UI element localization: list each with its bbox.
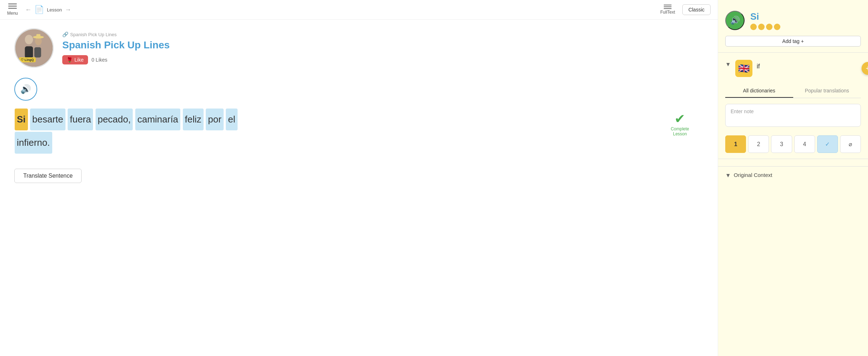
star-4 — [774, 24, 780, 30]
tab-all-dictionaries[interactable]: All dictionaries — [725, 84, 793, 98]
word-feliz[interactable]: feliz — [183, 109, 204, 130]
language-flag: 🇬🇧 — [735, 60, 752, 77]
link-icon: 🔗 — [62, 32, 68, 37]
like-icon: 🌹 — [67, 57, 73, 63]
word-stars — [750, 24, 861, 30]
collapse-arrow[interactable]: ▼ — [725, 60, 731, 68]
like-count: 0 Likes — [92, 57, 107, 63]
svg-point-1 — [25, 35, 33, 44]
audio-section: 🔊 — [14, 78, 703, 101]
word-title: Si — [750, 11, 861, 22]
like-button[interactable]: 🌹 Like — [62, 55, 88, 64]
translation-text: if — [757, 60, 760, 70]
next-lesson-arrow[interactable]: → — [65, 6, 71, 14]
word-si[interactable]: Si — [15, 109, 28, 130]
breadcrumb-text: Spanish Pick Up Lines — [70, 32, 117, 37]
fulltext-button[interactable]: FullText — [660, 5, 675, 15]
original-context-title: Original Context — [734, 172, 772, 178]
classic-button[interactable]: Classic — [682, 4, 711, 15]
word-pecado[interactable]: pecado, — [96, 109, 133, 130]
top-nav: Menu ← 📄 Lesson → FullText Classic — [0, 0, 718, 20]
add-translation-button[interactable]: + — [862, 62, 868, 75]
word-caminaria[interactable]: caminaría — [135, 109, 180, 130]
lesson-icon: 📄 — [34, 5, 44, 14]
word-speaker-button[interactable]: 🔊 — [725, 11, 745, 30]
note-input[interactable]: Enter note — [725, 104, 861, 127]
star-1 — [750, 24, 757, 30]
divider-1 — [718, 52, 868, 53]
sentence-area: Si besarte fuera pecado, caminaría feliz… — [14, 108, 703, 154]
fulltext-icon — [664, 5, 672, 9]
tab-popular-translations[interactable]: Popular translations — [793, 84, 861, 98]
lesson-content: ♡ LingQ 🔗 Spanish Pick Up Lines Spanish … — [0, 20, 718, 356]
word-fuera[interactable]: fuera — [68, 109, 93, 130]
prev-lesson-arrow[interactable]: ← — [25, 6, 31, 14]
breadcrumb: 🔗 Spanish Pick Up Lines — [62, 32, 703, 37]
star-3 — [766, 24, 772, 30]
menu-icon-line2 — [8, 6, 17, 6]
lesson-nav: ← 📄 Lesson → — [25, 5, 71, 14]
svg-rect-6 — [36, 34, 40, 37]
lesson-header: ♡ LingQ 🔗 Spanish Pick Up Lines Spanish … — [14, 28, 703, 68]
word-el[interactable]: el — [226, 109, 237, 130]
menu-label: Menu — [7, 11, 18, 16]
word-card-header: 🔊 Si — [718, 7, 868, 36]
speaker-icon: 🔊 — [20, 84, 31, 94]
checkmark-icon: ✔ — [674, 111, 685, 126]
word-title-area: Si — [750, 11, 861, 30]
right-panel: 🔊 Si Add tag + ▼ 🇬🇧 if + All dictionarie… — [718, 0, 868, 356]
lingq-badge: ♡ LingQ — [19, 57, 36, 62]
translate-sentence-button[interactable]: Translate Sentence — [14, 169, 82, 183]
status-button-3[interactable]: 3 — [771, 135, 792, 153]
original-context-section: ▼ Original Context — [718, 166, 868, 183]
status-buttons: 1 2 3 4 ✓ ⌀ — [725, 135, 861, 153]
context-collapse-arrow[interactable]: ▼ — [725, 171, 731, 179]
svg-rect-4 — [34, 47, 41, 57]
complete-label: CompleteLesson — [671, 126, 689, 136]
left-panel: Menu ← 📄 Lesson → FullText Classic — [0, 0, 718, 356]
translation-row: ▼ 🇬🇧 if + — [718, 57, 868, 80]
status-button-ignore[interactable]: ⌀ — [840, 135, 861, 153]
star-2 — [758, 24, 765, 30]
menu-icon-line1 — [8, 4, 17, 4]
status-button-2[interactable]: 2 — [748, 135, 769, 153]
lesson-title: Spanish Pick Up Lines — [62, 39, 703, 51]
menu-button[interactable]: Menu — [7, 4, 18, 16]
fulltext-label: FullText — [660, 10, 675, 15]
status-button-check[interactable]: ✓ — [817, 135, 838, 153]
word-por[interactable]: por — [206, 109, 224, 130]
word-besarte[interactable]: besarte — [30, 109, 65, 130]
dict-tabs: All dictionaries Popular translations — [725, 84, 861, 98]
avatar-image: ♡ LingQ — [15, 29, 53, 67]
like-section: 🌹 Like 0 Likes — [62, 55, 703, 64]
word-infierno[interactable]: infierno. — [15, 132, 52, 154]
lesson-label: Lesson — [47, 7, 62, 13]
status-button-1[interactable]: 1 — [725, 135, 746, 153]
audio-button[interactable]: 🔊 — [14, 78, 37, 101]
original-context-header[interactable]: ▼ Original Context — [725, 171, 861, 179]
like-label: Like — [74, 57, 84, 63]
sentence-row: Si besarte fuera pecado, caminaría feliz… — [14, 108, 703, 154]
svg-rect-2 — [25, 46, 33, 58]
divider-2 — [718, 159, 868, 159]
complete-lesson-button[interactable]: ✔ CompleteLesson — [671, 111, 689, 136]
word-speaker-icon: 🔊 — [730, 16, 740, 25]
menu-icon-line3 — [8, 8, 17, 9]
lesson-info: 🔗 Spanish Pick Up Lines Spanish Pick Up … — [62, 32, 703, 64]
lesson-avatar: ♡ LingQ — [14, 28, 54, 68]
add-tag-button[interactable]: Add tag + — [725, 36, 861, 47]
status-button-4[interactable]: 4 — [794, 135, 815, 153]
